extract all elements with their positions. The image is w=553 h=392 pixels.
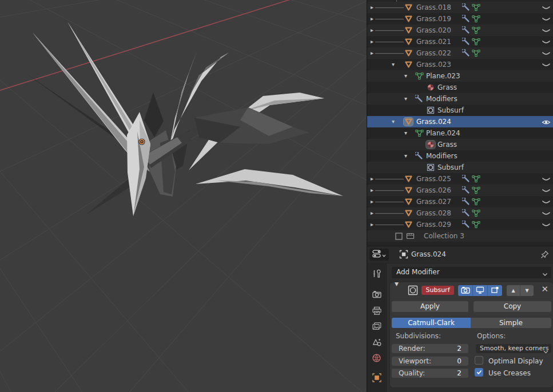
eye-closed-icon[interactable] xyxy=(542,187,551,195)
close-icon[interactable]: ✕ xyxy=(541,284,548,294)
expand-arrow[interactable]: ▸ xyxy=(371,196,373,207)
material-icon xyxy=(426,83,435,91)
outliner-row-subsurf[interactable]: Subsurf xyxy=(367,105,553,116)
outliner-row-grass-028[interactable]: ▸Grass.028 xyxy=(367,207,553,219)
collection-checkbox[interactable] xyxy=(394,232,403,240)
outliner-row-modifiers[interactable]: ▾Modifiers xyxy=(367,150,553,162)
eye-closed-icon[interactable] xyxy=(542,210,551,218)
expand-arrow[interactable]: ▸ xyxy=(371,173,373,185)
outliner-row-subsurf[interactable]: Subsurf xyxy=(367,162,553,173)
expand-arrow[interactable]: ▸ xyxy=(371,185,373,196)
eye-closed-icon[interactable] xyxy=(542,4,551,12)
eye-closed-icon[interactable] xyxy=(542,27,551,35)
render-visibility-toggle[interactable] xyxy=(458,285,473,296)
outliner-row-grass[interactable]: Grass xyxy=(367,82,553,93)
mesh-data-icon xyxy=(415,129,424,137)
collapse-arrow[interactable]: ▾ xyxy=(392,116,395,127)
modifiers-badge-icon xyxy=(462,221,471,229)
expand-arrow[interactable]: ▸ xyxy=(371,2,373,13)
mesh-data-icon xyxy=(415,72,424,80)
eye-closed-icon[interactable] xyxy=(542,50,551,58)
outliner-row-grass-022[interactable]: ▸Grass.022 xyxy=(367,47,553,59)
mesh-object-icon xyxy=(404,198,413,206)
viewport-field-label: Viewport: xyxy=(399,357,431,366)
eye-closed-icon[interactable] xyxy=(542,221,551,229)
outliner-row-grass-023[interactable]: ▾Grass.023 xyxy=(367,59,553,70)
chevron-down-icon xyxy=(382,251,386,259)
outliner-row-grass-027[interactable]: ▸Grass.027 xyxy=(367,196,553,207)
outliner-item-label: Subsurf xyxy=(437,105,464,116)
outliner-row-grass-024[interactable]: ▾Grass.024 xyxy=(367,116,553,127)
panel-expand-arrow[interactable]: ▼ xyxy=(395,279,399,290)
tab-scene-properties[interactable] xyxy=(367,335,386,350)
mesh-object-icon xyxy=(404,209,413,217)
collapse-arrow[interactable]: ▾ xyxy=(404,127,407,139)
outliner-panel[interactable]: ▸Grass.018▸Grass.019▸Grass.020▸Grass.021… xyxy=(367,0,553,246)
editor-type-button[interactable] xyxy=(369,249,389,261)
tab-object-properties[interactable] xyxy=(367,371,386,386)
outliner-row-grass-026[interactable]: ▸Grass.026 xyxy=(367,185,553,196)
properties-header: Grass.024 xyxy=(367,246,553,263)
eye-closed-icon[interactable] xyxy=(542,38,551,46)
expand-arrow[interactable]: ▸ xyxy=(371,36,373,47)
quality-field[interactable]: Quality: 2 xyxy=(392,369,468,378)
use-creases-label: Use Creases xyxy=(488,369,531,377)
outliner-item-label: Grass.020 xyxy=(416,25,451,36)
eye-icon[interactable] xyxy=(542,118,551,126)
expand-arrow[interactable]: ▸ xyxy=(371,219,373,230)
breadcrumb[interactable]: Grass.024 xyxy=(411,250,446,258)
modifier-name-field[interactable]: Subsurf xyxy=(421,286,454,295)
move-up-button[interactable]: ▲ xyxy=(507,285,520,296)
outliner-row-grass-018[interactable]: ▸Grass.018 xyxy=(367,2,553,13)
outliner-row-grass-021[interactable]: ▸Grass.021 xyxy=(367,36,553,47)
modifiers-badge-icon xyxy=(462,15,471,23)
tab-output-properties[interactable] xyxy=(367,304,386,319)
uv-smooth-dropdown[interactable]: Smooth, keep corners xyxy=(476,344,551,353)
quality-field-value: 2 xyxy=(457,369,462,378)
eye-closed-icon[interactable] xyxy=(542,175,551,183)
render-subdivisions-field[interactable]: Render: 2 xyxy=(392,344,468,353)
apply-button[interactable]: Apply xyxy=(392,301,468,312)
tab-tool-properties[interactable] xyxy=(367,267,386,282)
collapse-arrow[interactable]: ▾ xyxy=(392,59,395,70)
outliner-row-grass-029[interactable]: ▸Grass.029 xyxy=(367,219,553,230)
collapse-arrow[interactable]: ▾ xyxy=(404,93,407,105)
viewport-subdivisions-field[interactable]: Viewport: 0 xyxy=(392,357,468,366)
simple-button[interactable]: Simple xyxy=(471,318,551,328)
tree-branch-line xyxy=(375,42,404,42)
outliner-row-grass-019[interactable]: ▸Grass.019 xyxy=(367,13,553,25)
eye-closed-icon[interactable] xyxy=(542,61,551,69)
expand-arrow[interactable]: ▸ xyxy=(371,207,373,219)
outliner-row-grass[interactable]: Grass xyxy=(367,139,553,150)
tab-world-properties[interactable] xyxy=(367,351,386,366)
outliner-row-grass-020[interactable]: ▸Grass.020 xyxy=(367,25,553,36)
collapse-arrow[interactable]: ▾ xyxy=(404,70,407,82)
tab-render-properties[interactable] xyxy=(367,287,386,302)
editmode-visibility-toggle[interactable] xyxy=(488,285,502,296)
eye-closed-icon[interactable] xyxy=(542,198,551,206)
collapse-arrow[interactable]: ▾ xyxy=(404,150,407,162)
viewport-visibility-toggle[interactable] xyxy=(473,285,488,296)
outliner-row-grass-025[interactable]: ▸Grass.025 xyxy=(367,173,553,185)
object-breadcrumb-icon xyxy=(399,250,408,261)
pin-icon[interactable] xyxy=(540,250,549,261)
object-origin-dot[interactable] xyxy=(139,139,145,145)
outliner-row-collection-3[interactable]: Collection 3 xyxy=(367,230,553,242)
use-creases-checkbox[interactable] xyxy=(475,369,483,376)
tab-view-layer-properties[interactable] xyxy=(367,319,386,334)
expand-arrow[interactable]: ▸ xyxy=(371,47,373,59)
optimal-display-checkbox[interactable] xyxy=(475,357,483,364)
3d-viewport[interactable] xyxy=(0,0,367,392)
add-modifier-dropdown[interactable]: Add Modifier xyxy=(392,267,551,278)
outliner-row-plane-024[interactable]: ▾Plane.024 xyxy=(367,127,553,139)
catmull-clark-button[interactable]: Catmull-Clark xyxy=(392,318,471,328)
outliner-row-modifiers[interactable]: ▾Modifiers xyxy=(367,93,553,105)
expand-arrow[interactable]: ▸ xyxy=(371,13,373,25)
outliner-row-plane-023[interactable]: ▾Plane.023 xyxy=(367,70,553,82)
eye-closed-icon[interactable] xyxy=(542,15,551,23)
expand-arrow[interactable]: ▸ xyxy=(371,25,373,36)
move-down-button[interactable]: ▼ xyxy=(520,285,534,296)
modifiers-badge-icon xyxy=(462,186,471,194)
modifier-reorder-buttons: ▲ ▼ xyxy=(507,285,534,296)
copy-button[interactable]: Copy xyxy=(474,301,551,312)
